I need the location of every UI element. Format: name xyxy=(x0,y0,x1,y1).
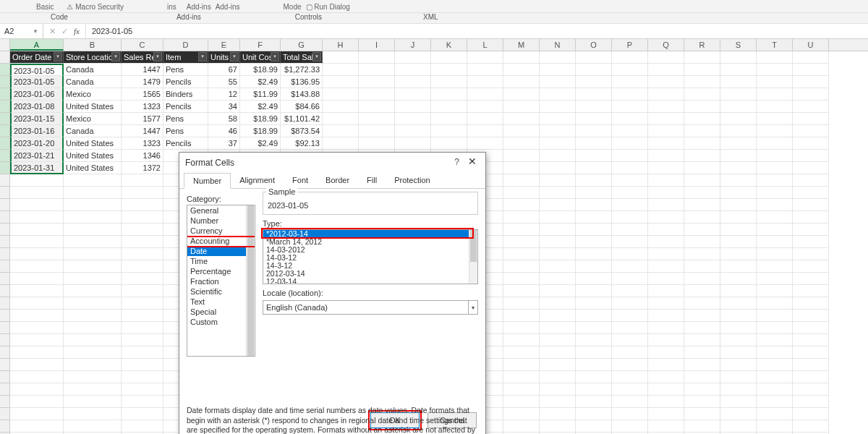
category-item[interactable]: Percentage xyxy=(187,266,255,276)
cell[interactable] xyxy=(576,187,612,199)
cell[interactable] xyxy=(576,64,612,76)
column-header[interactable]: S xyxy=(720,39,757,51)
row-header[interactable] xyxy=(0,101,10,113)
cell[interactable] xyxy=(576,125,612,137)
cell[interactable]: $873.54 xyxy=(281,125,323,137)
cell[interactable] xyxy=(757,174,793,187)
cell[interactable] xyxy=(757,285,793,297)
cell[interactable] xyxy=(684,334,720,346)
cell[interactable] xyxy=(648,334,684,346)
category-item[interactable]: Number xyxy=(187,216,255,226)
cell[interactable] xyxy=(503,260,540,273)
cell[interactable] xyxy=(648,383,684,396)
cell[interactable] xyxy=(540,162,576,174)
cell[interactable] xyxy=(648,224,684,236)
cell[interactable] xyxy=(540,310,576,322)
cell[interactable] xyxy=(684,113,720,125)
cell[interactable] xyxy=(540,211,576,224)
cell[interactable] xyxy=(684,346,720,359)
cell[interactable]: 2023-01-05 xyxy=(10,76,64,88)
cell[interactable] xyxy=(612,64,648,76)
cell[interactable] xyxy=(684,101,720,113)
cell[interactable] xyxy=(503,88,540,101)
cell[interactable] xyxy=(793,236,829,248)
cell[interactable] xyxy=(395,76,431,88)
cell[interactable] xyxy=(467,88,503,101)
cell[interactable] xyxy=(503,125,540,137)
cell[interactable] xyxy=(10,297,64,310)
cell[interactable] xyxy=(540,346,576,359)
cell[interactable] xyxy=(503,224,540,236)
cell[interactable] xyxy=(720,101,757,113)
cell[interactable] xyxy=(648,88,684,101)
cell[interactable] xyxy=(503,137,540,150)
cell[interactable] xyxy=(576,359,612,371)
cell[interactable] xyxy=(540,383,576,396)
cell[interactable] xyxy=(503,285,540,297)
cell[interactable] xyxy=(10,310,64,322)
row-header[interactable] xyxy=(0,359,10,371)
cell[interactable] xyxy=(64,408,122,420)
tab-border[interactable]: Border xyxy=(317,173,358,188)
cell[interactable] xyxy=(540,113,576,125)
cell[interactable] xyxy=(540,224,576,236)
cell[interactable] xyxy=(540,285,576,297)
cell[interactable] xyxy=(122,371,163,383)
cell[interactable] xyxy=(720,137,757,150)
cell[interactable]: $2.49 xyxy=(240,101,281,113)
cell[interactable] xyxy=(757,408,793,420)
cell[interactable] xyxy=(684,322,720,334)
cell[interactable]: 2023-01-06 xyxy=(10,88,64,101)
column-header[interactable]: N xyxy=(540,39,576,51)
cell[interactable] xyxy=(122,199,163,211)
chevron-down-icon[interactable]: ▼ xyxy=(33,28,38,35)
filter-icon[interactable]: ▼ xyxy=(54,52,62,61)
cell[interactable]: Pencils xyxy=(163,76,208,88)
cell[interactable] xyxy=(720,236,757,248)
select-all-corner[interactable] xyxy=(0,39,10,51)
cell[interactable] xyxy=(540,101,576,113)
cell[interactable] xyxy=(359,88,395,101)
cell[interactable] xyxy=(576,260,612,273)
cell[interactable] xyxy=(648,150,684,162)
cell[interactable] xyxy=(720,125,757,137)
cell[interactable]: 1447 xyxy=(122,64,163,76)
cell[interactable] xyxy=(359,137,395,150)
cell[interactable] xyxy=(540,137,576,150)
cell[interactable] xyxy=(540,88,576,101)
cell[interactable]: 1323 xyxy=(122,101,163,113)
cell[interactable] xyxy=(793,101,829,113)
category-item[interactable]: Special xyxy=(187,307,255,317)
cell[interactable] xyxy=(648,420,684,433)
cell[interactable] xyxy=(64,297,122,310)
cell[interactable]: Pens xyxy=(163,64,208,76)
cell[interactable] xyxy=(684,371,720,383)
cell[interactable] xyxy=(684,359,720,371)
cell[interactable] xyxy=(431,51,467,64)
row-header[interactable] xyxy=(0,310,10,322)
cell[interactable] xyxy=(64,322,122,334)
cell[interactable] xyxy=(793,408,829,420)
cell[interactable] xyxy=(757,211,793,224)
cell[interactable] xyxy=(395,88,431,101)
column-header[interactable]: D xyxy=(163,39,208,51)
cell[interactable]: 2023-01-31 xyxy=(10,162,64,174)
cell[interactable] xyxy=(503,187,540,199)
row-header[interactable] xyxy=(0,150,10,162)
column-header[interactable]: P xyxy=(612,39,648,51)
cell[interactable] xyxy=(648,199,684,211)
cell[interactable] xyxy=(648,260,684,273)
cell[interactable] xyxy=(793,64,829,76)
cell[interactable] xyxy=(540,236,576,248)
cell[interactable] xyxy=(540,334,576,346)
cell[interactable] xyxy=(648,408,684,420)
close-icon[interactable]: ✕ xyxy=(465,156,480,167)
cell[interactable] xyxy=(64,260,122,273)
cell[interactable] xyxy=(503,51,540,64)
cell[interactable] xyxy=(503,174,540,187)
row-header[interactable] xyxy=(0,88,10,101)
row-header[interactable] xyxy=(0,285,10,297)
locale-select[interactable]: English (Canada) ▾ xyxy=(263,300,478,315)
cell[interactable] xyxy=(757,101,793,113)
cell[interactable] xyxy=(720,383,757,396)
